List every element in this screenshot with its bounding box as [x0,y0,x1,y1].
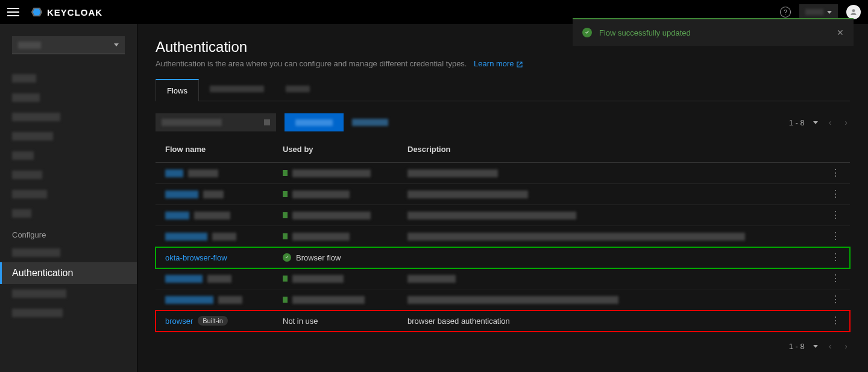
table-row[interactable]: ⋮ [156,226,850,247]
success-toast: Flow successfully updated ✕ [573,18,854,46]
search-icon [264,119,270,125]
toast-message: Flow successfully updated [599,28,691,37]
flow-description: browser based authentication [407,317,510,326]
brand-name: KEYCLOAK [47,7,102,17]
table-row[interactable]: ⋮ [156,205,850,226]
prev-page-icon[interactable]: ‹ [826,118,834,127]
sidebar-item[interactable] [0,204,137,223]
table-row-browser[interactable]: browser Built-in Not in use browser base… [156,311,850,332]
toolbar-link[interactable] [352,119,388,126]
check-circle-icon [283,253,291,262]
table-row[interactable]: ⋮ [156,184,850,205]
kebab-icon[interactable]: ⋮ [831,273,840,283]
help-icon[interactable]: ? [780,7,791,17]
built-in-badge: Built-in [198,316,228,326]
keycloak-logo-icon [30,5,43,19]
sidebar-item[interactable] [0,107,137,127]
menu-toggle-icon[interactable] [7,6,19,18]
kebab-icon[interactable]: ⋮ [831,168,840,178]
th-description: Description [407,145,822,154]
sidebar-item-authentication[interactable]: Authentication [0,262,137,284]
avatar[interactable] [846,5,861,19]
used-by-text: Browser flow [296,253,341,262]
tab[interactable] [199,79,275,101]
chevron-down-icon[interactable] [813,345,818,348]
page-range: 1 - 8 [789,118,805,127]
page-description: Authentication is the area where you can… [156,59,850,68]
page-range: 1 - 8 [789,342,805,351]
flow-link[interactable]: okta-browser-flow [165,253,227,262]
chevron-down-icon[interactable] [813,121,818,124]
toast-close-icon[interactable]: ✕ [837,28,844,37]
used-by-text: Not in use [283,317,318,326]
sidebar: Configure Authentication [0,24,137,372]
pagination-bottom: 1 - 8 ‹ › [156,332,850,361]
user-icon [849,8,858,16]
chevron-down-icon [827,11,832,14]
tab-flows[interactable]: Flows [156,79,199,101]
kebab-icon[interactable]: ⋮ [831,294,840,304]
table-row[interactable]: ⋮ [156,163,850,184]
create-flow-button[interactable] [285,113,344,131]
svg-point-2 [852,9,855,12]
sidebar-item[interactable] [0,127,137,146]
kebab-icon[interactable]: ⋮ [831,252,840,262]
sidebar-item[interactable] [0,165,137,184]
realm-selector-dropdown[interactable] [12,36,125,54]
flows-table: Flow name Used by Description ⋮ ⋮ [156,136,850,332]
page-content: Authentication Authentication is the are… [137,24,868,372]
sidebar-section-label: Configure [0,223,137,243]
tab[interactable] [275,79,321,101]
prev-page-icon[interactable]: ‹ [826,341,834,351]
table-row[interactable]: ⋮ [156,289,850,311]
search-input[interactable] [156,113,276,131]
sidebar-item[interactable] [0,284,137,303]
kebab-icon[interactable]: ⋮ [831,210,840,220]
sidebar-item-label: Authentication [12,268,73,279]
sidebar-item[interactable] [0,146,137,165]
sidebar-item[interactable] [0,88,137,107]
next-page-icon[interactable]: › [842,118,850,127]
sidebar-item[interactable] [0,243,137,262]
kebab-icon[interactable]: ⋮ [831,315,840,326]
external-link-icon [516,61,523,68]
brand-logo[interactable]: KEYCLOAK [30,5,102,19]
sidebar-item[interactable] [0,184,137,204]
table-row[interactable]: ⋮ [156,268,850,289]
kebab-icon[interactable]: ⋮ [831,189,840,199]
check-circle-icon [582,28,592,37]
table-row-okta-browser-flow[interactable]: okta-browser-flow Browser flow ⋮ [156,247,850,268]
next-page-icon[interactable]: › [842,341,850,351]
tabs: Flows [156,79,850,101]
th-flow-name: Flow name [165,145,283,154]
sidebar-item[interactable] [0,69,137,88]
th-used-by: Used by [283,145,407,154]
kebab-icon[interactable]: ⋮ [831,231,840,241]
pagination-top: 1 - 8 ‹ › [789,118,850,127]
sidebar-item[interactable] [0,303,137,323]
table-header-row: Flow name Used by Description [156,136,850,163]
chevron-down-icon [114,43,119,46]
learn-more-link[interactable]: Learn more [474,59,523,68]
table-toolbar: 1 - 8 ‹ › [156,109,850,136]
flow-link[interactable]: browser [165,317,193,326]
